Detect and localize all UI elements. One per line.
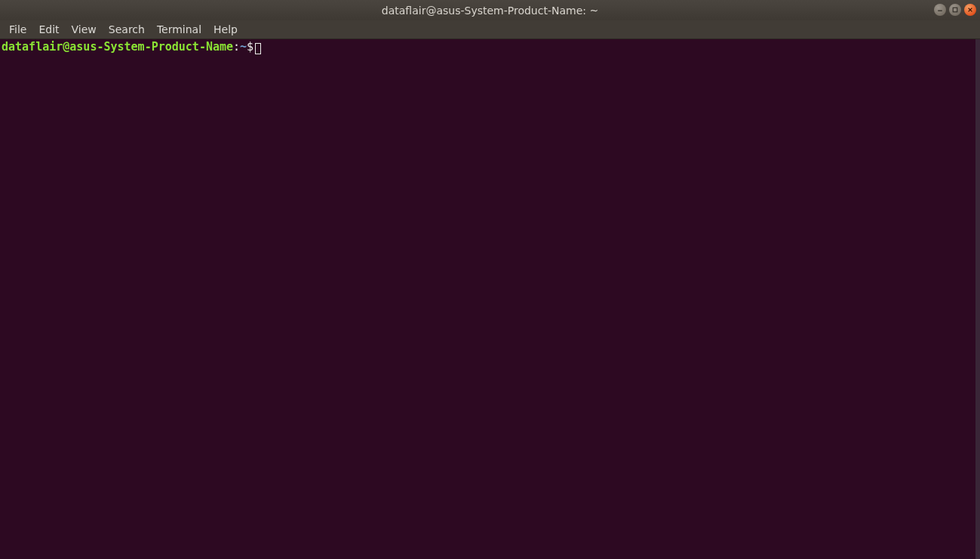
maximize-icon — [952, 7, 958, 13]
menu-file[interactable]: File — [3, 21, 32, 38]
close-button[interactable] — [964, 4, 976, 16]
prompt-line: dataflair@asus-System-Product-Name:~$ — [2, 41, 974, 54]
window-titlebar: dataflair@asus-System-Product-Name: ~ — [0, 0, 980, 20]
svg-rect-1 — [953, 8, 957, 12]
minimize-icon — [937, 7, 943, 13]
scrollbar[interactable] — [975, 39, 980, 559]
menu-help[interactable]: Help — [207, 21, 244, 38]
menubar: File Edit View Search Terminal Help — [0, 20, 980, 39]
terminal-cursor — [255, 43, 261, 54]
minimize-button[interactable] — [934, 4, 946, 16]
menu-search[interactable]: Search — [103, 21, 151, 38]
menu-edit[interactable]: Edit — [32, 21, 65, 38]
menu-terminal[interactable]: Terminal — [151, 21, 207, 38]
menu-view[interactable]: View — [66, 21, 103, 38]
prompt-colon: : — [233, 40, 240, 54]
prompt-user-host: dataflair@asus-System-Product-Name — [2, 40, 233, 54]
close-icon — [967, 7, 973, 13]
terminal-body[interactable]: dataflair@asus-System-Product-Name:~$ — [0, 39, 975, 559]
maximize-button[interactable] — [949, 4, 961, 16]
prompt-path: ~ — [240, 40, 247, 54]
prompt-dollar: $ — [247, 40, 253, 54]
window-controls — [934, 4, 976, 16]
window-title: dataflair@asus-System-Product-Name: ~ — [382, 5, 598, 17]
